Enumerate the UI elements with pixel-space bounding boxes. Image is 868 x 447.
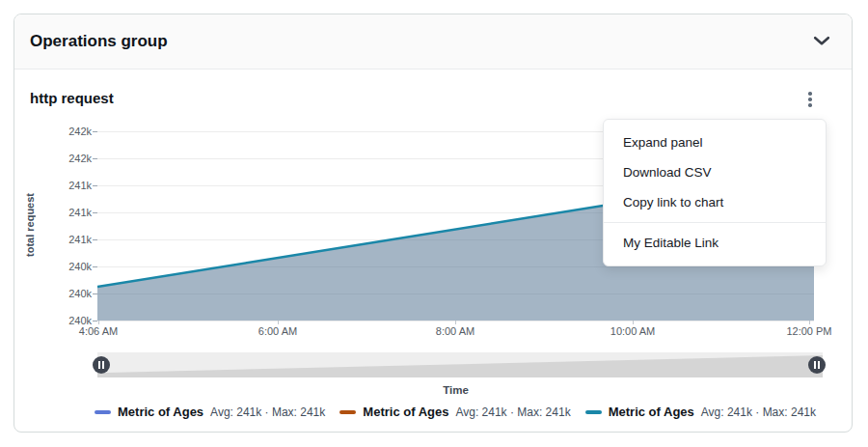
x-tick-mark (809, 321, 810, 324)
menu-divider (604, 222, 826, 223)
group-header[interactable]: Operations group (14, 14, 852, 70)
menu-item-expand-panel[interactable]: Expand panel (604, 127, 826, 157)
time-range-slider[interactable] (97, 352, 823, 377)
y-tick-label: 240k (49, 260, 92, 273)
panel-actions-kebab-icon[interactable] (798, 88, 823, 111)
legend-entry[interactable]: Metric of Ages Avg: 241k · Max: 241k (95, 405, 325, 419)
operations-group-card: Operations group http request total requ… (14, 14, 853, 433)
x-tick-mark (633, 321, 634, 324)
legend-entry[interactable]: Metric of Ages Avg: 241k · Max: 241k (585, 405, 816, 419)
x-tick-mark (98, 321, 99, 324)
legend-swatch (95, 410, 111, 414)
legend-series-name: Metric of Ages (363, 405, 448, 419)
menu-item-my-editable-link[interactable]: My Editable Link (604, 228, 826, 258)
chart-panel-title: http request (30, 90, 114, 106)
y-axis-label: total request (22, 128, 38, 321)
y-tick-label: 241k (49, 233, 92, 246)
chevron-down-icon[interactable] (813, 33, 830, 50)
y-tick-label: 241k (49, 179, 92, 192)
slider-left-handle[interactable] (93, 356, 110, 374)
legend-series-stats: Avg: 241k · Max: 241k (210, 405, 325, 419)
menu-item-copy-link[interactable]: Copy link to chart (604, 187, 826, 217)
chart-legend: Metric of Ages Avg: 241k · Max: 241k Met… (95, 405, 816, 419)
slider-wedge (97, 352, 823, 377)
legend-swatch (585, 410, 602, 414)
dashboard-stage: Operations group http request total requ… (0, 0, 868, 447)
x-tick-label: 8:00 AM (436, 325, 475, 337)
legend-series-stats: Avg: 241k · Max: 241k (455, 405, 570, 419)
x-tick-mark (278, 321, 279, 324)
legend-entry[interactable]: Metric of Ages Avg: 241k · Max: 241k (339, 405, 570, 419)
x-tick-label: 12:00 PM (786, 325, 831, 337)
x-tick-label: 4:06 AM (79, 325, 118, 337)
y-tick-label: 241k (49, 206, 92, 219)
slider-right-handle[interactable] (808, 356, 826, 374)
legend-swatch (339, 410, 356, 414)
legend-series-name: Metric of Ages (609, 405, 694, 419)
y-tick-label: 240k (49, 287, 92, 300)
x-tick-mark (455, 321, 456, 324)
panel-actions-menu: Expand panel Download CSV Copy link to c… (603, 119, 827, 266)
y-tick-label: 242k (49, 152, 92, 165)
legend-series-name: Metric of Ages (118, 405, 203, 419)
legend-series-stats: Avg: 241k · Max: 241k (701, 405, 816, 419)
menu-item-download-csv[interactable]: Download CSV (604, 157, 826, 187)
x-tick-label: 6:00 AM (258, 325, 297, 337)
group-title: Operations group (30, 32, 168, 51)
x-tick-label: 10:00 AM (610, 325, 655, 337)
y-tick-label: 242k (49, 125, 92, 138)
x-axis-label: Time (97, 384, 814, 396)
